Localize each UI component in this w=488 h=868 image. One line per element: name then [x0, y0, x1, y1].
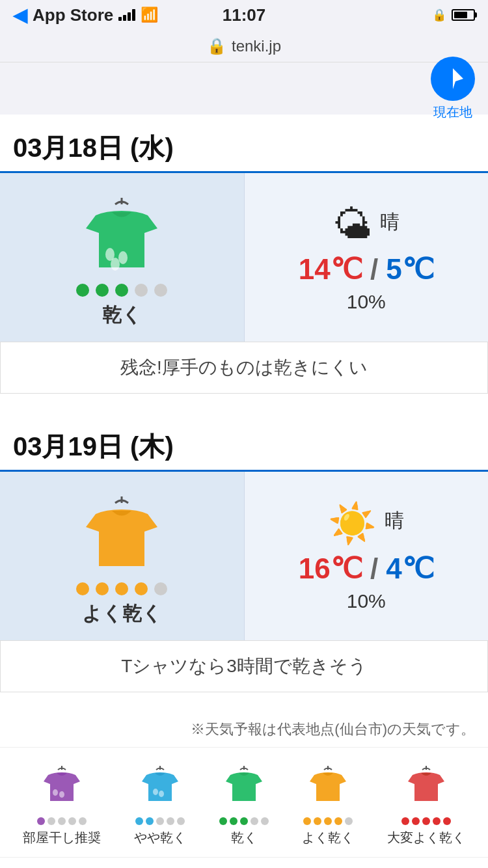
location-label: 現在地 [433, 103, 472, 121]
temp-low-2: 4℃ [386, 552, 433, 584]
laundry-side-2: よく乾く [0, 472, 244, 640]
svg-point-9 [153, 789, 158, 795]
battery-area: 🔒 [432, 8, 475, 22]
lock-url-icon: 🔒 [207, 37, 226, 55]
comment-box-2: Tシャツなら3時間で乾きそう [0, 640, 488, 692]
dots-row-2 [76, 582, 167, 595]
dot-1-5 [154, 284, 167, 297]
legend-dots-3 [219, 817, 269, 825]
temp-high-1: 14℃ [299, 253, 362, 285]
svg-point-6 [53, 789, 58, 796]
legend-shirt-3 [221, 763, 267, 813]
carrier-name: App Store [33, 5, 113, 25]
temp-row-1: 14℃ / 5℃ [299, 252, 434, 286]
legend-label-3: 乾く [231, 829, 257, 847]
legend-shirt-1 [39, 763, 85, 813]
legend-dots-2 [135, 817, 185, 825]
legend-item-2: やや乾く [134, 763, 186, 847]
svg-point-2 [118, 251, 128, 264]
location-button-wrap[interactable]: 現在地 [431, 57, 475, 121]
navigation-icon [441, 67, 465, 90]
dot-1-4 [135, 284, 148, 297]
precip-1: 10% [347, 291, 386, 313]
temp-row-2: 16℃ / 4℃ [299, 552, 434, 585]
legend-shirt-2 [137, 763, 183, 813]
dot-1-3 [115, 284, 128, 297]
condition-2: 晴 [385, 508, 404, 534]
svg-point-3 [111, 258, 120, 271]
laundry-label-2: よく乾く [82, 601, 162, 627]
laundry-label-1: 乾く [102, 302, 142, 329]
dots-row-1 [76, 284, 167, 297]
day-section-1: 03月18日 (水) [0, 115, 488, 394]
dot-2-3 [115, 582, 128, 595]
dot-1-2 [96, 284, 109, 297]
comment-box-1: 残念!厚手のものは乾きにくい [0, 342, 488, 394]
legend-dots-4 [303, 817, 353, 825]
day-section-2: 03月19日 (木) よく乾く [0, 413, 488, 692]
weather-card-1: 乾く 🌤 晴 14℃ / 5℃ 10% [0, 173, 488, 342]
svg-point-7 [59, 791, 64, 798]
legend-dots-1 [37, 817, 87, 825]
legend-item-4: よく乾く [302, 763, 354, 847]
legend-label-4: よく乾く [302, 829, 354, 847]
footer-text: 洗濯指数は、天気や気温などの予測から計算した「洗濯物の乾きやすさ」を表しています… [0, 857, 488, 868]
notice-text: ※天気予報は代表地点(仙台市)の天気です。 [0, 712, 488, 747]
back-arrow: ◀ [13, 5, 27, 26]
shirt-icon-1 [76, 193, 167, 284]
sun-icon-2: ☀️ [328, 500, 377, 547]
shirt-icon-2 [76, 491, 167, 582]
day-header-2: 03月19日 (木) [0, 413, 488, 472]
weather-side-1: 🌤 晴 14℃ / 5℃ 10% [244, 173, 489, 342]
lock-icon: 🔒 [432, 8, 446, 22]
dot-1-1 [76, 284, 89, 297]
url-text: tenki.jp [232, 37, 281, 55]
status-bar: ◀ App Store 📶 11:07 🔒 [0, 0, 488, 30]
dot-2-2 [96, 582, 109, 595]
temp-high-2: 16℃ [299, 552, 362, 584]
main-content: 03月18日 (水) [0, 115, 488, 868]
weather-card-2: よく乾く ☀️ 晴 16℃ / 4℃ 10% [0, 472, 488, 640]
time-display: 11:07 [223, 5, 266, 25]
temp-low-1: 5℃ [386, 253, 433, 285]
dot-2-1 [76, 582, 89, 595]
legend-shirt-4 [305, 763, 351, 813]
legend-shirt-5 [403, 763, 449, 813]
carrier-info: ◀ App Store 📶 [13, 5, 158, 26]
legend-label-2: やや乾く [134, 829, 186, 847]
location-button[interactable] [431, 57, 475, 101]
legend-dots-5 [401, 817, 451, 825]
legend-label-5: 大変よく乾く [387, 829, 465, 847]
legend-item-3: 乾く [219, 763, 269, 847]
url-bar[interactable]: 🔒 tenki.jp [0, 30, 488, 62]
dot-2-5 [154, 582, 167, 595]
condition-1: 晴 [380, 209, 400, 236]
dot-2-4 [135, 582, 148, 595]
legend-item-5: 大変よく乾く [387, 763, 465, 847]
laundry-side-1: 乾く [0, 173, 244, 342]
legend-item-1: 部屋干し推奨 [23, 763, 101, 847]
sun-icon-1: 🌤 [333, 202, 372, 247]
battery-icon [452, 9, 475, 21]
legend-section: 部屋干し推奨 やや乾く [0, 747, 488, 857]
signal-icon [118, 9, 135, 21]
weather-side-2: ☀️ 晴 16℃ / 4℃ 10% [244, 472, 489, 640]
day-header-1: 03月18日 (水) [0, 115, 488, 173]
wifi-icon: 📶 [141, 7, 158, 23]
precip-2: 10% [347, 590, 386, 612]
legend-label-1: 部屋干し推奨 [23, 829, 101, 847]
svg-point-10 [159, 791, 164, 797]
location-bar: 現在地 [0, 62, 488, 115]
